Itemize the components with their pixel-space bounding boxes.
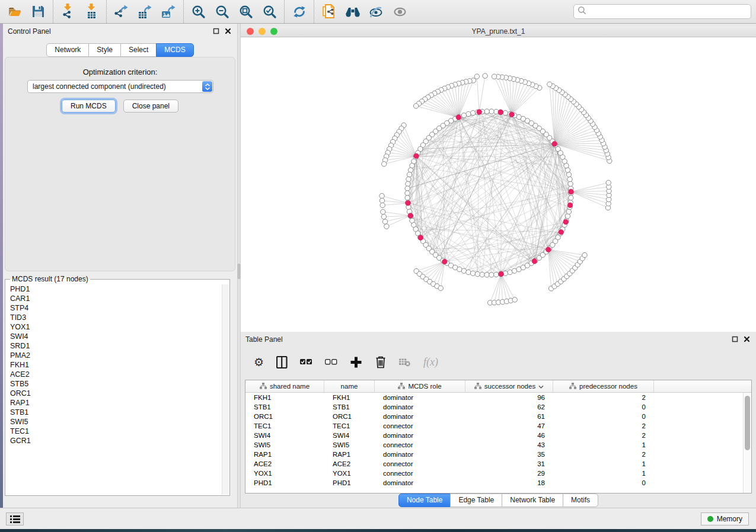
column-header-predecessor-nodes[interactable]: predecessor nodes <box>553 380 654 392</box>
cell: SWI5 <box>245 440 324 450</box>
table-scrollbar[interactable] <box>743 393 751 493</box>
table-row-STB1[interactable]: STB1STB1dominator620 <box>245 402 751 412</box>
task-history-button[interactable] <box>6 512 24 525</box>
mcds-result-item[interactable]: SWI5 <box>6 417 221 427</box>
export-image-icon[interactable] <box>161 4 177 20</box>
tab-style[interactable]: Style <box>88 43 121 57</box>
cell: dominator <box>375 402 465 412</box>
export-network-icon[interactable] <box>113 4 129 20</box>
table-header-row: shared namenameMCDS rolesuccessor nodesp… <box>245 380 751 393</box>
import-network-icon[interactable] <box>60 4 76 20</box>
mcds-result-item[interactable]: YOX1 <box>6 322 221 332</box>
delete-icon[interactable] <box>375 354 387 370</box>
cell: 2 <box>553 393 654 402</box>
hide-unselected-icon[interactable] <box>368 4 384 20</box>
close-table-panel-icon[interactable] <box>744 334 750 345</box>
network-canvas[interactable] <box>241 37 756 332</box>
mcds-result-item[interactable]: GCR1 <box>6 436 221 446</box>
columns-icon[interactable] <box>276 354 288 370</box>
cell: 1 <box>553 459 654 469</box>
clone-network-icon[interactable] <box>321 4 337 20</box>
mcds-result-item[interactable]: ACE2 <box>6 370 221 379</box>
mcds-result-item[interactable]: STP4 <box>6 303 221 313</box>
show-all-icon[interactable] <box>392 4 408 20</box>
add-icon[interactable] <box>350 354 362 370</box>
column-header-MCDS-role[interactable]: MCDS role <box>375 380 465 392</box>
table-scrollbar-thumb[interactable] <box>745 396 750 450</box>
tab-mcds[interactable]: MCDS <box>156 43 193 57</box>
optimization-criterion-select[interactable]: largest connected component (undirected) <box>27 80 213 93</box>
mcds-result-item[interactable]: SRD1 <box>6 341 221 351</box>
zoom-selected-icon[interactable] <box>261 4 277 20</box>
tab-network-table[interactable]: Network Table <box>502 493 563 507</box>
tab-select[interactable]: Select <box>120 43 157 57</box>
mcds-result-item[interactable]: RAP1 <box>6 398 221 408</box>
mcds-result-list: PHD1CAR1STP4TID3YOX1SWI4SRD1PMA2FKH1ACE2… <box>6 284 221 495</box>
tab-network[interactable]: Network <box>46 43 89 57</box>
run-mcds-button[interactable]: Run MCDS <box>62 100 116 113</box>
cell: STB1 <box>245 402 324 412</box>
float-panel-icon[interactable] <box>213 26 219 37</box>
save-session-icon[interactable] <box>30 4 46 20</box>
cell: 1 <box>553 440 654 450</box>
memory-button[interactable]: Memory <box>701 512 749 525</box>
open-file-icon[interactable] <box>7 4 23 20</box>
find-icon[interactable] <box>344 4 361 20</box>
tab-motifs[interactable]: Motifs <box>563 493 598 507</box>
table-panel: Table Panel ⚙f(x) shared namenameMCDS ro… <box>241 332 756 508</box>
tab-node-table[interactable]: Node Table <box>398 493 451 507</box>
table-row-SWI5[interactable]: SWI5SWI5connector431 <box>245 440 751 450</box>
table-row-PHD1[interactable]: PHD1PHD1dominator180 <box>245 478 751 488</box>
mcds-result-box: MCDS result (17 nodes) PHD1CAR1STP4TID3Y… <box>5 275 230 496</box>
column-header-name[interactable]: name <box>324 380 375 392</box>
float-table-panel-icon[interactable] <box>732 334 738 345</box>
toolbar-group <box>53 0 106 23</box>
mcds-result-item[interactable]: SWI4 <box>6 332 221 341</box>
refresh-layout-icon[interactable] <box>291 4 307 20</box>
close-panel-icon[interactable] <box>225 26 231 37</box>
search-box <box>573 4 751 19</box>
mcds-result-item[interactable]: TID3 <box>6 313 221 322</box>
mcds-list-scrollbar[interactable] <box>222 284 229 495</box>
table-row-RAP1[interactable]: RAP1RAP1dominator352 <box>245 450 751 459</box>
cell: STB1 <box>324 402 375 412</box>
mcds-result-item[interactable]: FKH1 <box>6 360 221 370</box>
table-row-FKH1[interactable]: FKH1FKH1dominator962 <box>245 393 751 402</box>
mcds-result-item[interactable]: PMA2 <box>6 351 221 360</box>
close-panel-button[interactable]: Close panel <box>123 100 178 113</box>
cell: dominator <box>375 431 465 440</box>
cell: YOX1 <box>245 469 324 478</box>
mcds-result-item[interactable]: TEC1 <box>6 427 221 436</box>
table-row-YOX1[interactable]: YOX1YOX1connector291 <box>245 469 751 478</box>
table-row-SWI4[interactable]: SWI4SWI4dominator462 <box>245 431 751 440</box>
column-header-filler <box>654 380 751 392</box>
mcds-result-item[interactable]: STB1 <box>6 408 221 417</box>
zoom-in-icon[interactable] <box>190 4 206 20</box>
export-table-icon[interactable] <box>137 4 153 20</box>
zoom-out-icon[interactable] <box>214 4 230 20</box>
cell: FKH1 <box>245 393 324 402</box>
toolbar-group <box>183 0 284 23</box>
column-header-successor-nodes[interactable]: successor nodes <box>465 380 553 392</box>
cell: ACE2 <box>324 459 375 469</box>
cell: SWI4 <box>324 431 375 440</box>
cell: 29 <box>465 469 553 478</box>
search-input[interactable] <box>589 6 751 18</box>
import-table-icon[interactable] <box>84 4 100 20</box>
mcds-result-item[interactable]: PHD1 <box>6 284 221 294</box>
fit-content-icon[interactable] <box>238 4 254 20</box>
mcds-result-item[interactable]: STB5 <box>6 379 221 389</box>
table-row-ACE2[interactable]: ACE2ACE2connector311 <box>245 459 751 469</box>
table-row-ORC1[interactable]: ORC1ORC1dominator610 <box>245 412 751 421</box>
mcds-result-item[interactable]: CAR1 <box>6 294 221 303</box>
table-row-TEC1[interactable]: TEC1TEC1connector472 <box>245 421 751 431</box>
gear-icon[interactable]: ⚙ <box>254 354 264 370</box>
tab-edge-table[interactable]: Edge Table <box>450 493 502 507</box>
cell: dominator <box>375 478 465 488</box>
deselect-all-icon[interactable] <box>325 354 337 370</box>
splitter-handle[interactable] <box>238 264 240 279</box>
mcds-result-item[interactable]: ORC1 <box>6 389 221 398</box>
column-header-shared-name[interactable]: shared name <box>245 380 324 392</box>
select-all-icon[interactable] <box>300 354 312 370</box>
cell: 43 <box>465 440 553 450</box>
